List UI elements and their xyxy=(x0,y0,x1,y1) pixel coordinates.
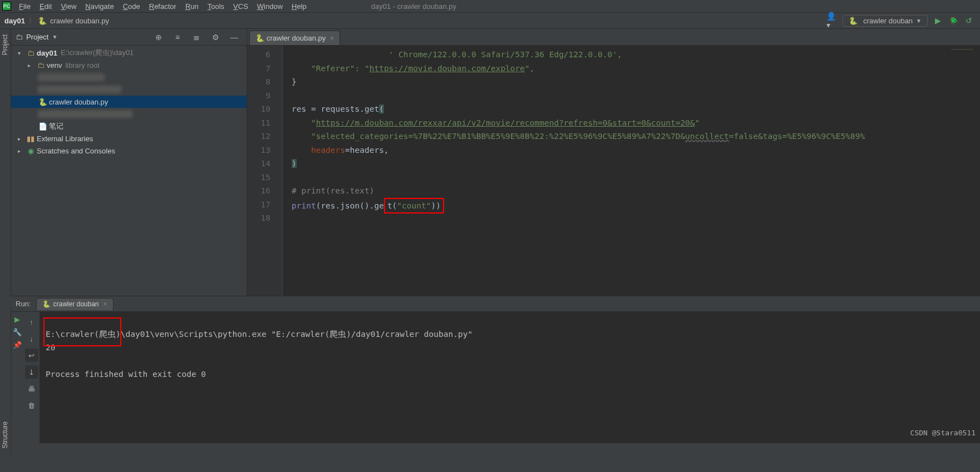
project-pane: 🗀 Project ▼ ⊕ ≡ ≣ ⚙ — ▾ 🗀 day01 E:\crawl… xyxy=(11,29,247,296)
run-tools-secondary: ↑ ↓ ↩ ⤓ 🖶 🗑 xyxy=(23,312,40,443)
menubar: PC FileEditViewNavigateCodeRefactorRunTo… xyxy=(0,0,980,12)
run-header: Run: 🐍 crawler douban × xyxy=(11,296,980,312)
expand-all-icon[interactable]: ≡ xyxy=(171,31,184,43)
structure-tool-tab[interactable]: Structure xyxy=(1,421,9,449)
run-label: Run: xyxy=(16,300,31,308)
tree-blur-row xyxy=(11,71,247,83)
tree-notes[interactable]: 📄 笔记 xyxy=(11,120,247,132)
python-file-icon: 🐍 xyxy=(42,300,51,308)
editor-tabs: 🐍 crawler douban.py × xyxy=(247,29,980,46)
left-tool-tabs: Project xyxy=(0,29,11,296)
run-body: ▶ 🔧 📌 ↑ ↓ ↩ ⤓ 🖶 🗑 E:\crawler(爬虫)\day01\v… xyxy=(11,312,980,443)
tree-ext-lib[interactable]: ▸ ▮▮ External Libraries xyxy=(11,132,247,145)
menu-window[interactable]: Window xyxy=(253,1,287,12)
menu-view[interactable]: View xyxy=(56,1,81,12)
debug-button[interactable]: 🪲 xyxy=(947,14,959,27)
run-tools-primary: ▶ 🔧 📌 xyxy=(11,312,23,443)
run-config-name: crawler douban xyxy=(863,17,913,25)
menu-code[interactable]: Code xyxy=(119,1,145,12)
library-icon: ▮▮ xyxy=(26,135,36,143)
folder-icon: 🗀 xyxy=(26,49,36,57)
breadcrumb-sep: 〉 xyxy=(28,16,36,26)
wrench-icon[interactable]: 🔧 xyxy=(13,328,22,336)
project-pane-title[interactable]: Project xyxy=(26,33,48,41)
run-tab[interactable]: 🐍 crawler douban × xyxy=(36,298,113,310)
scroll-to-end-icon[interactable]: ⤓ xyxy=(25,365,38,379)
menu-refactor[interactable]: Refactor xyxy=(145,1,181,12)
editor-tab-name: crawler douban.py xyxy=(267,34,326,42)
breadcrumb-file[interactable]: crawler douban.py xyxy=(49,16,110,26)
folder-icon: 🗀 xyxy=(16,33,23,41)
tree-blur-row xyxy=(11,108,247,120)
chevron-down-icon[interactable]: ▼ xyxy=(52,34,57,40)
annotation-red-box-output xyxy=(43,317,121,346)
console-exit: Process finished with exit code 0 xyxy=(46,370,206,379)
hide-icon[interactable]: — xyxy=(228,31,240,43)
tree-venv-name: venv xyxy=(47,61,62,69)
tree-venv[interactable]: ▸ 🗀 venv library root xyxy=(11,59,247,71)
editor-area: 🐍 crawler douban.py × 678910111213141516… xyxy=(247,29,980,296)
pin-icon[interactable]: 📌 xyxy=(13,341,22,349)
close-tab-icon[interactable]: × xyxy=(330,34,334,42)
tree-selected-file-name: crawler douban.py xyxy=(49,98,108,106)
tree-root[interactable]: ▾ 🗀 day01 E:\crawler(爬虫)\day01 xyxy=(11,47,247,59)
menu-help[interactable]: Help xyxy=(287,1,311,12)
run-with-coverage-button[interactable]: ↺ xyxy=(963,14,975,27)
run-configuration-selector[interactable]: 🐍 crawler douban ▼ xyxy=(843,15,928,27)
python-file-icon: 🐍 xyxy=(255,34,264,42)
user-icon[interactable]: 👤▾ xyxy=(826,14,839,27)
print-icon[interactable]: 🖶 xyxy=(25,382,38,395)
python-file-icon: 🐍 xyxy=(849,17,858,25)
run-tool-window: Run: 🐍 crawler douban × ▶ 🔧 📌 ↑ ↓ ↩ ⤓ 🖶 … xyxy=(11,296,980,443)
code-content[interactable]: ' Chrome/122.0.0.0 Safari/537.36 Edg/122… xyxy=(283,46,980,296)
rerun-button[interactable]: ▶ xyxy=(14,315,20,324)
collapse-all-icon[interactable]: ≣ xyxy=(190,31,203,43)
run-tab-name: crawler douban xyxy=(53,300,99,308)
down-icon[interactable]: ↓ xyxy=(25,332,38,345)
chevron-right-icon[interactable]: ▸ xyxy=(18,148,26,154)
breadcrumb-project[interactable]: day01 xyxy=(3,16,26,26)
menu-edit[interactable]: Edit xyxy=(35,1,56,12)
line-number-gutter: 6789101112131415161718 xyxy=(247,46,275,296)
run-button[interactable]: ▶ xyxy=(932,14,944,27)
chevron-right-icon[interactable]: ▸ xyxy=(28,62,36,68)
chevron-down-icon: ▼ xyxy=(916,18,922,24)
close-run-tab-icon[interactable]: × xyxy=(104,300,107,308)
tree-root-path: E:\crawler(爬虫)\day01 xyxy=(61,48,134,58)
folder-icon: 🗀 xyxy=(36,61,46,69)
window-context: day01 - crawler douban.py xyxy=(367,1,461,12)
project-tool-tab[interactable]: Project xyxy=(1,34,9,55)
app-icon: PC xyxy=(2,2,11,11)
project-tree[interactable]: ▾ 🗀 day01 E:\crawler(爬虫)\day01 ▸ 🗀 venv … xyxy=(11,46,247,296)
python-file-icon: 🐍 xyxy=(38,98,48,106)
menu-file[interactable]: File xyxy=(14,1,35,12)
tree-notes-name: 笔记 xyxy=(49,121,63,131)
project-pane-header: 🗀 Project ▼ ⊕ ≡ ≣ ⚙ — xyxy=(11,29,247,46)
chevron-down-icon[interactable]: ▾ xyxy=(18,50,26,56)
scratch-icon: ◉ xyxy=(26,147,36,155)
menu-tools[interactable]: Tools xyxy=(203,1,229,12)
project-pane-tools: ⊕ ≡ ≣ ⚙ — xyxy=(151,31,242,43)
tree-ext-lib-name: External Libraries xyxy=(37,135,93,143)
settings-icon[interactable]: ⚙ xyxy=(209,31,221,43)
menu-run[interactable]: Run xyxy=(181,1,203,12)
fold-gutter[interactable] xyxy=(275,46,283,296)
chevron-right-icon[interactable]: ▸ xyxy=(18,136,26,142)
tree-selected-file[interactable]: 🐍 crawler douban.py xyxy=(11,96,247,108)
tree-scratch[interactable]: ▸ ◉ Scratches and Consoles xyxy=(11,145,247,157)
clear-icon[interactable]: 🗑 xyxy=(25,399,38,412)
up-icon[interactable]: ↑ xyxy=(25,315,38,329)
editor-tab[interactable]: 🐍 crawler douban.py × xyxy=(249,31,340,45)
main-split: Project 🗀 Project ▼ ⊕ ≡ ≣ ⚙ — ▾ 🗀 day01 … xyxy=(0,29,980,296)
watermark: CSDN @Stara0511 xyxy=(910,426,976,440)
menu-vcs[interactable]: VCS xyxy=(229,1,253,12)
inspection-hint: 〰〰〰〰 xyxy=(951,47,973,53)
console-output[interactable]: E:\crawler(爬虫)\day01\venv\Scripts\python… xyxy=(40,312,980,443)
soft-wrap-icon[interactable]: ↩ xyxy=(25,349,38,362)
menu-navigate[interactable]: Navigate xyxy=(81,1,118,12)
tree-root-name: day01 xyxy=(37,49,57,57)
text-file-icon: 📄 xyxy=(38,122,48,131)
tree-blur-row xyxy=(11,83,247,96)
locate-icon[interactable]: ⊕ xyxy=(152,31,165,43)
code-editor[interactable]: 6789101112131415161718 ' Chrome/122.0.0.… xyxy=(247,46,980,296)
